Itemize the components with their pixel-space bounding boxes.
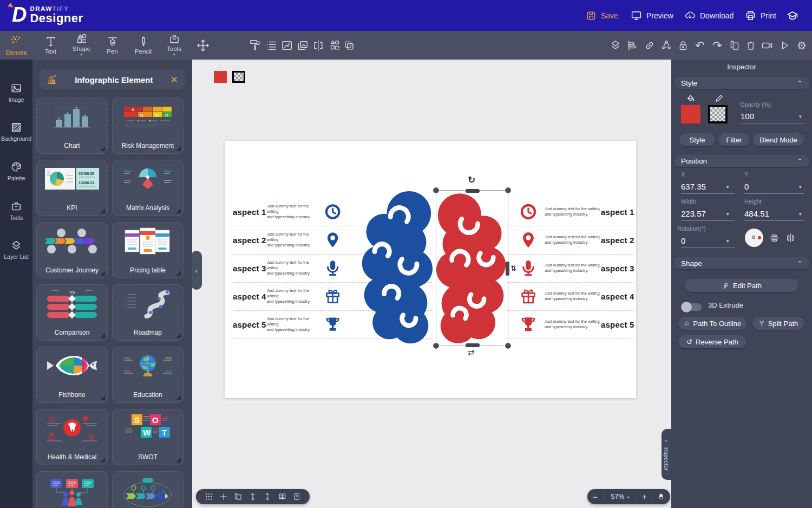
aspect-row-right-2[interactable]: Just dummy text for the writingand types… [520,226,634,254]
filter-tab-button[interactable]: Filter [718,133,750,146]
group-button[interactable] [660,40,673,51]
brain-left-half[interactable] [357,190,434,348]
element-card-pricing-table[interactable]: Pricing table [112,222,184,278]
aspect-row-right-4[interactable]: Just dummy text for the writingand types… [520,282,634,310]
zoom-level-dropdown[interactable]: 57% ▴ [604,493,637,500]
height-value[interactable]: 484.51 [744,209,769,218]
y-dropdown-caret[interactable]: ▾ [799,184,802,190]
swap-handle-icon[interactable]: ⇄ [468,348,475,357]
style-tab-button[interactable]: Style [679,133,715,146]
element-card-comparison[interactable]: VS Comparison [36,284,108,341]
selection-handle-bottom-left[interactable] [433,343,439,349]
zoom-in-button[interactable]: + [637,492,652,501]
tutorial-button[interactable] [786,0,799,31]
fill-color-well[interactable] [681,105,700,123]
sidebar-item-element[interactable]: Element [0,31,32,60]
element-card-people[interactable] [36,471,108,508]
aspect-row-left-2[interactable]: aspect 2 Just dummy text for the writing… [233,226,341,254]
selection-handle-top[interactable] [466,189,480,193]
y-value[interactable]: 0 [744,182,749,191]
save-button[interactable]: Save [586,0,618,31]
edit-image-button[interactable] [281,40,293,51]
settings-button[interactable]: ⚙ [797,40,807,51]
sidebar-item-image[interactable]: Image [0,76,32,109]
page-list-icon[interactable] [293,492,301,501]
move-page-up-icon[interactable] [248,492,257,501]
link-button[interactable] [644,40,656,51]
copy-button[interactable] [729,40,741,51]
duplicate-page-icon[interactable] [234,492,243,501]
add-page-icon[interactable] [219,492,228,501]
split-path-button[interactable]: Split Path [752,317,804,330]
opacity-dropdown-caret[interactable]: ▾ [799,114,802,119]
aspect-row-right-5[interactable]: Just dummy text for the writingand types… [520,310,634,338]
tool-shape[interactable]: Shape ▾ [66,31,97,60]
tool-pencil[interactable]: Pencil [128,31,159,60]
undo-button[interactable]: ↶ [695,40,705,51]
pages-book-icon[interactable] [278,492,287,501]
anchor-point-control[interactable] [745,229,763,247]
format-paint-button[interactable] [249,39,261,52]
blend-mode-tab-button[interactable]: Blend Mode [753,133,804,146]
canvas-area[interactable]: aspect 1 Just dummy text for the writing… [192,60,671,508]
path-to-outline-button[interactable]: ☆ Path To Outline [678,317,746,330]
inspector-collapse-tab[interactable]: › Inspector [662,429,671,480]
reverse-path-button[interactable]: ↺ Reverse Path [678,335,746,348]
insert-shape-button[interactable] [329,40,341,51]
align-button[interactable] [626,40,638,51]
width-value[interactable]: 223.57 [681,209,706,218]
rotate-handle-icon[interactable]: ↻ [468,174,475,186]
shape-section-header[interactable]: Shape ⌃ [674,257,809,270]
tool-text[interactable]: Text [35,31,66,60]
aspect-row-right-1[interactable]: Just dummy text for the writingand types… [520,198,634,226]
style-section-header[interactable]: Style ⌃ [674,77,809,90]
edit-path-button[interactable]: Edit Path [685,279,798,292]
grid-view-icon[interactable] [205,492,213,501]
move-page-down-icon[interactable] [263,492,272,501]
fill-color-swatch[interactable] [214,64,227,83]
aspect-row-left-1[interactable]: aspect 1 Just dummy text for the writing… [233,198,341,226]
element-card-process-flow[interactable] [112,471,184,508]
layers-button[interactable] [610,40,621,51]
record-button[interactable] [761,40,774,51]
selection-handle-bottom-right[interactable] [505,343,511,349]
aspect-row-left-3[interactable]: aspect 3 Just dummy text for the writing… [233,254,341,282]
element-card-customer-journey[interactable]: Customer Journey [36,222,108,278]
aspect-row-left-5[interactable]: aspect 5 Just dummy text for the writing… [233,310,341,338]
selection-bounding-box[interactable]: ↻ ⇄ ⇅ [436,190,508,346]
redo-button[interactable]: ↷ [712,40,722,51]
element-card-roadmap[interactable]: Roadmap [112,284,184,341]
sidebar-item-layer-list[interactable]: Layer List [0,233,32,266]
element-card-chart[interactable]: Chart [36,97,108,154]
x-dropdown-caret[interactable]: ▾ [726,184,729,190]
stroke-color-well[interactable] [708,105,728,123]
close-icon[interactable]: ✕ [171,74,178,86]
tool-tools[interactable]: Tools ▾ [159,31,189,60]
lock-button[interactable] [678,40,689,51]
selection-handle-bottom[interactable] [466,343,480,347]
pan-tool-button[interactable] [652,492,670,501]
position-section-header[interactable]: Position ⌃ [674,155,809,168]
rotation-dropdown-caret[interactable]: ▾ [726,238,729,244]
element-card-risk-management[interactable]: ABCD Risk Management [112,97,184,154]
flip-horizontal-icon[interactable] [785,232,796,244]
play-button[interactable] [779,40,790,51]
x-value[interactable]: 637.35 [681,182,706,191]
sidebar-item-background[interactable]: Background [0,115,32,148]
sidebar-item-tools[interactable]: Tools [0,194,32,227]
element-card-health-medical[interactable]: Health & Medical [36,409,108,465]
element-card-kpi[interactable]: 23456.59 13456.21 KPI [36,160,108,216]
preview-button[interactable]: Preview [631,0,673,31]
move-tool-button[interactable] [197,39,209,52]
sidebar-item-palette[interactable]: Palette [0,154,32,188]
collapse-left-panel-tab[interactable]: ‹ [191,251,202,290]
gallery-button[interactable] [297,40,309,51]
duplicate-shape-button[interactable] [343,40,355,51]
download-button[interactable]: Download [684,0,734,31]
artboard[interactable]: aspect 1 Just dummy text for the writing… [225,141,636,398]
3d-extrude-toggle[interactable] [682,303,702,311]
height-dropdown-caret[interactable]: ▾ [799,211,802,217]
print-button[interactable]: Print [745,0,776,31]
flip-vertical-icon[interactable] [769,232,780,244]
element-card-education[interactable]: Education [112,347,184,403]
